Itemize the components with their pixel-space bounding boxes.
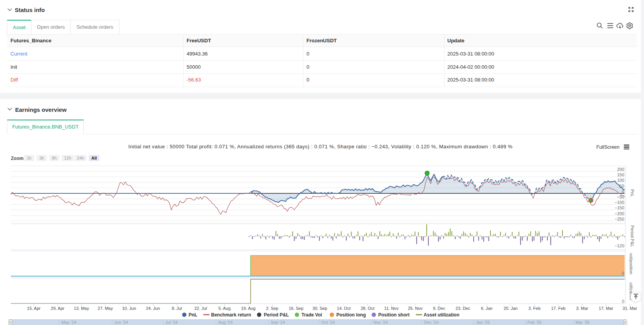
svg-text:Position short: Position short (378, 312, 410, 318)
svg-text:Period P&L: Period P&L (630, 225, 635, 247)
svg-text:Asset utilization: Asset utilization (424, 312, 459, 318)
svg-text:30. Sep: 30. Sep (313, 306, 327, 311)
svg-text:Aug ’24: Aug ’24 (218, 320, 232, 325)
svg-text:100: 100 (617, 178, 624, 182)
svg-text:Dec ’24: Dec ’24 (424, 320, 438, 325)
svg-text:Jun ’24: Jun ’24 (114, 320, 128, 325)
svg-text:8. Jul: 8. Jul (172, 306, 182, 311)
svg-text:vol/position: vol/position (629, 253, 634, 274)
svg-text:Jul ’24: Jul ’24 (165, 320, 178, 325)
svg-text:28. Oct: 28. Oct (361, 306, 374, 311)
svg-text:17. Mar: 17. Mar (599, 306, 613, 311)
svg-text:Period P&L: Period P&L (264, 312, 289, 318)
svg-text:24. Jun: 24. Jun (146, 306, 160, 311)
svg-text:Oct ’24: Oct ’24 (321, 320, 335, 325)
svg-text:Benchmark return: Benchmark return (211, 312, 251, 318)
svg-text:14. Oct: 14. Oct (337, 306, 350, 311)
svg-text:−50: −50 (617, 195, 624, 199)
svg-text:Jan ’25: Jan ’25 (476, 320, 490, 325)
svg-text:150: 150 (617, 172, 624, 177)
svg-text:20. Jan: 20. Jan (504, 306, 518, 311)
svg-text:22. Jul: 22. Jul (194, 306, 207, 311)
svg-text:−150: −150 (615, 205, 624, 210)
svg-text:25. Nov: 25. Nov (408, 306, 422, 311)
svg-text:0: 0 (622, 299, 624, 304)
svg-text:−250: −250 (615, 217, 624, 221)
svg-text:−120: −120 (615, 243, 624, 248)
svg-text:Sep ’24: Sep ’24 (270, 320, 285, 325)
svg-text:0: 0 (622, 271, 624, 276)
svg-text:Nov ’24: Nov ’24 (373, 320, 388, 325)
svg-text:Trade Vol: Trade Vol (301, 312, 322, 318)
svg-text:PnL: PnL (630, 189, 635, 197)
svg-text:−200: −200 (615, 211, 624, 216)
svg-text:19. Aug: 19. Aug (241, 306, 255, 311)
svg-text:17. Feb: 17. Feb (551, 306, 565, 311)
svg-text:200: 200 (617, 167, 624, 172)
svg-text:31. Mar: 31. Mar (623, 306, 637, 311)
svg-text:3. Mar: 3. Mar (576, 306, 589, 311)
svg-text:13. May: 13. May (74, 306, 89, 311)
svg-text:10. Jun: 10. Jun (122, 306, 136, 311)
svg-text:15. Apr: 15. Apr (27, 306, 41, 311)
svg-text:3. Feb: 3. Feb (528, 306, 540, 311)
svg-text:11. Nov: 11. Nov (384, 306, 399, 311)
svg-text:2. Sep: 2. Sep (266, 306, 279, 311)
svg-text:PnL: PnL (189, 312, 197, 318)
svg-text:29. Apr: 29. Apr (51, 306, 64, 311)
svg-text:6. Jan: 6. Jan (481, 306, 493, 311)
svg-text:Mar ’25: Mar ’25 (575, 320, 590, 325)
svg-text:16. Sep: 16. Sep (289, 306, 303, 311)
svg-text:−100: −100 (615, 200, 624, 205)
svg-text:27. May: 27. May (98, 306, 113, 311)
svg-text:Position long: Position long (336, 312, 366, 318)
svg-text:May ’24: May ’24 (61, 320, 76, 325)
svg-text:5. Aug: 5. Aug (218, 306, 230, 311)
svg-text:9. Dec: 9. Dec (433, 306, 445, 311)
svg-text:Feb ’25: Feb ’25 (527, 320, 542, 325)
svg-text:23. Dec: 23. Dec (455, 306, 470, 311)
